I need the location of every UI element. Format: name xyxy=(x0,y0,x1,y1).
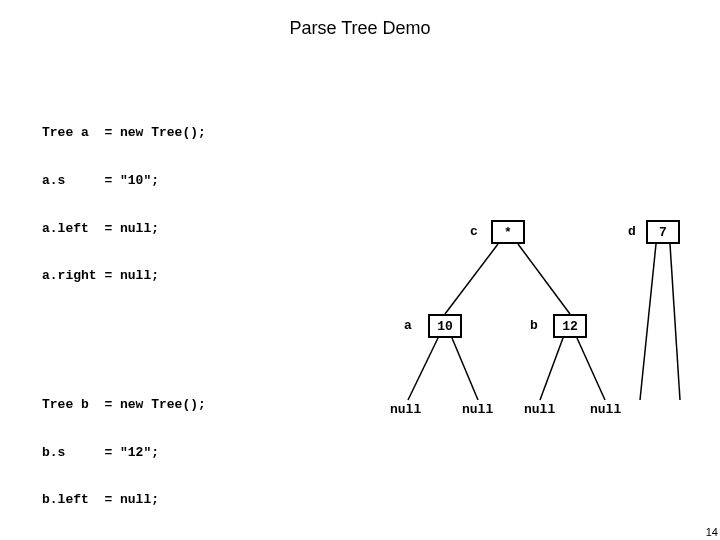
code-line: a.s = "10"; xyxy=(42,173,206,189)
svg-line-3 xyxy=(670,244,680,400)
svg-line-5 xyxy=(452,338,478,400)
node-label-b: b xyxy=(530,318,538,333)
page-number: 14 xyxy=(706,526,718,538)
parse-tree-diagram: c * d 7 a 10 b 12 null null null null xyxy=(360,200,700,460)
svg-line-7 xyxy=(577,338,605,400)
code-area: Tree a = new Tree(); a.s = "10"; a.left … xyxy=(42,62,206,540)
null-leaf: null xyxy=(590,402,621,417)
null-leaf: null xyxy=(524,402,555,417)
page-title: Parse Tree Demo xyxy=(0,0,720,49)
svg-line-2 xyxy=(640,244,656,400)
svg-line-4 xyxy=(408,338,438,400)
code-line: b.left = null; xyxy=(42,492,206,508)
node-c: * xyxy=(491,220,525,244)
node-d: 7 xyxy=(646,220,680,244)
node-label-c: c xyxy=(470,224,478,239)
code-block-b: Tree b = new Tree(); b.s = "12"; b.left … xyxy=(42,365,206,540)
node-label-d: d xyxy=(628,224,636,239)
null-leaf: null xyxy=(462,402,493,417)
node-a: 10 xyxy=(428,314,462,338)
code-block-a: Tree a = new Tree(); a.s = "10"; a.left … xyxy=(42,94,206,316)
code-line: Tree b = new Tree(); xyxy=(42,397,206,413)
code-line: a.right = null; xyxy=(42,268,206,284)
null-leaf: null xyxy=(390,402,421,417)
svg-line-6 xyxy=(540,338,563,400)
node-label-a: a xyxy=(404,318,412,333)
code-line: Tree a = new Tree(); xyxy=(42,125,206,141)
code-line: b.s = "12"; xyxy=(42,445,206,461)
node-b: 12 xyxy=(553,314,587,338)
svg-line-0 xyxy=(445,244,498,314)
svg-line-1 xyxy=(518,244,570,314)
code-line: a.left = null; xyxy=(42,221,206,237)
